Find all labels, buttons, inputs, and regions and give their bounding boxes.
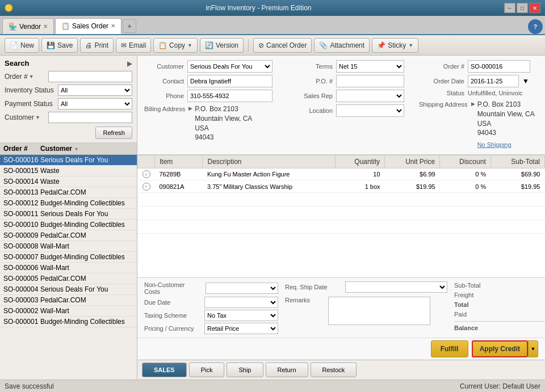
table-row[interactable]: SO-000007 Budget-Minding Collectibles: [0, 252, 137, 263]
billing-address-expand-icon[interactable]: ▶: [188, 106, 192, 111]
shipping-address-label: Shipping Address: [419, 100, 468, 108]
order-date-calendar-icon[interactable]: ▼: [522, 77, 529, 85]
help-button[interactable]: ?: [528, 19, 543, 34]
copy-dropdown-arrow: ▼: [187, 43, 192, 48]
item-circle-btn[interactable]: ○: [142, 170, 150, 178]
order-num-input[interactable]: [468, 60, 530, 73]
cancel-order-button[interactable]: ⊘ Cancel Order: [253, 38, 312, 53]
refresh-button[interactable]: Refresh: [95, 127, 132, 139]
location-select[interactable]: [336, 104, 404, 117]
order-num-label: Order #: [419, 63, 464, 70]
tab-sales[interactable]: SALES: [142, 363, 187, 377]
customer-cell: PedalCar.COM: [40, 231, 133, 239]
email-button[interactable]: ✉ Email: [116, 38, 151, 53]
new-button[interactable]: 📄 New: [5, 38, 39, 53]
item-row[interactable]: ○ 76289B Kung Fu Master Action Figure 10…: [138, 168, 545, 180]
minimize-button[interactable]: −: [504, 3, 515, 13]
col-quantity-header: Quantity: [336, 155, 385, 168]
customer-cell: Wall-Mart: [40, 242, 133, 250]
fulfill-button[interactable]: Fulfill: [431, 340, 468, 357]
table-row[interactable]: SO-000016 Serious Deals For You: [0, 155, 137, 166]
table-row[interactable]: SO-000009 PedalCar.COM: [0, 230, 137, 241]
contact-input[interactable]: [187, 75, 272, 87]
search-title: Search: [5, 59, 29, 68]
req-ship-date-select[interactable]: [345, 281, 447, 293]
print-button[interactable]: 🖨 Print: [80, 38, 114, 53]
inventory-status-label: Inventory Status: [5, 86, 56, 94]
table-row[interactable]: SO-000008 Wall-Mart: [0, 241, 137, 252]
balance-label: Balance: [454, 324, 478, 331]
sticky-icon: 📌: [377, 41, 385, 49]
item-row-empty: [138, 206, 545, 220]
order-filter-input[interactable]: [48, 71, 132, 82]
item-circle-btn[interactable]: ○: [142, 183, 150, 191]
tab-restock[interactable]: Restock: [311, 363, 357, 377]
table-row[interactable]: SO-000013 PedalCar.COM: [0, 187, 137, 198]
table-row[interactable]: SO-000002 Wall-Mart: [0, 306, 137, 317]
po-input[interactable]: [336, 75, 404, 87]
order-label-arrow: ▼: [29, 74, 34, 79]
copy-icon: 📋: [158, 41, 167, 49]
non-customer-costs-select[interactable]: [206, 283, 279, 294]
customer-cell: Waste: [40, 167, 133, 175]
tab-sales-order[interactable]: 📋 Sales Order ✕: [55, 18, 121, 34]
no-shipping-link[interactable]: No Shipping: [477, 141, 512, 148]
apply-credit-dropdown[interactable]: ▼: [528, 340, 538, 357]
table-row[interactable]: SO-000004 Serious Deals For You: [0, 284, 137, 295]
table-row[interactable]: SO-000006 Wall-Mart: [0, 263, 137, 273]
taxing-scheme-select[interactable]: No Tax: [204, 310, 278, 321]
save-button[interactable]: 💾 Save: [41, 38, 78, 53]
item-discount-cell: 0 %: [440, 168, 491, 180]
table-row[interactable]: SO-000012 Budget-Minding Collectibles: [0, 198, 137, 209]
phone-input[interactable]: [187, 90, 272, 102]
table-row[interactable]: SO-000015 Waste: [0, 166, 137, 176]
copy-button[interactable]: 📋 Copy ▼: [153, 38, 198, 53]
item-row[interactable]: ○ 090821A 3.75" Military Classics Warshi…: [138, 180, 545, 193]
tab-return[interactable]: Return: [266, 363, 308, 377]
customer-cell: Serious Deals For You: [40, 210, 133, 218]
paid-label: Paid: [454, 311, 467, 318]
items-section: Item Description Quantity Unit Price Dis…: [137, 155, 545, 277]
customer-filter-input[interactable]: [48, 112, 132, 123]
tab-bar: 🏪 Vendor ✕ 📋 Sales Order ✕ + ?: [0, 16, 545, 35]
table-row[interactable]: SO-000001 Budget-Minding Collectibles: [0, 317, 137, 327]
pricing-currency-select[interactable]: Retail Price: [204, 323, 278, 334]
payment-status-select[interactable]: All: [58, 98, 132, 109]
sales-rep-select[interactable]: [336, 90, 404, 102]
freight-label: Freight: [454, 292, 473, 298]
maximize-button[interactable]: □: [517, 3, 528, 13]
table-row[interactable]: SO-000014 Waste: [0, 176, 137, 187]
shipping-address-expand-icon[interactable]: ▶: [471, 101, 475, 107]
table-row[interactable]: SO-000011 Serious Deals For You: [0, 209, 137, 220]
search-section: Search ▶ Order # ▼ Inventory Status All: [0, 56, 137, 143]
order-list-header: Order # Customer ▼: [0, 143, 137, 155]
tab-vendor[interactable]: 🏪 Vendor ✕: [2, 18, 54, 34]
search-collapse-icon[interactable]: ▶: [127, 60, 132, 68]
attachment-button[interactable]: 📎 Attachment: [314, 38, 370, 53]
customer-select[interactable]: Serious Deals For You: [187, 60, 272, 73]
order-date-input[interactable]: [468, 75, 519, 87]
tab-pick[interactable]: Pick: [189, 363, 225, 377]
tab-ship[interactable]: Ship: [227, 363, 263, 377]
item-code-cell: 090821A: [155, 180, 203, 193]
vendor-tab-label: Vendor: [19, 23, 41, 31]
vendor-tab-close[interactable]: ✕: [43, 23, 48, 29]
remarks-input[interactable]: [328, 297, 430, 325]
terms-select[interactable]: Net 15: [336, 60, 404, 73]
table-row[interactable]: SO-000010 Budget-Minding Collectibles: [0, 220, 137, 230]
footer-form: Non-Customer Costs Due Date Taxing Schem…: [137, 277, 545, 338]
order-num-cell: SO-000014: [3, 178, 40, 186]
new-tab-button[interactable]: +: [123, 19, 136, 33]
inventory-status-select[interactable]: All: [58, 85, 132, 96]
table-row[interactable]: SO-000003 PedalCar.COM: [0, 295, 137, 306]
table-row[interactable]: SO-000005 PedalCar.COM: [0, 273, 137, 284]
version-button[interactable]: 🔄 Version: [200, 38, 244, 53]
item-subtotal-cell: $19.95: [491, 180, 544, 193]
sticky-button[interactable]: 📌 Sticky ▼: [372, 38, 418, 53]
customer-cell: Budget-Minding Collectibles: [40, 221, 133, 229]
close-button[interactable]: ✕: [529, 3, 540, 13]
apply-credit-button[interactable]: Apply Credit: [472, 340, 528, 357]
sales-order-tab-close[interactable]: ✕: [111, 23, 115, 29]
due-date-select[interactable]: [204, 297, 278, 308]
print-icon: 🖨: [85, 41, 92, 49]
